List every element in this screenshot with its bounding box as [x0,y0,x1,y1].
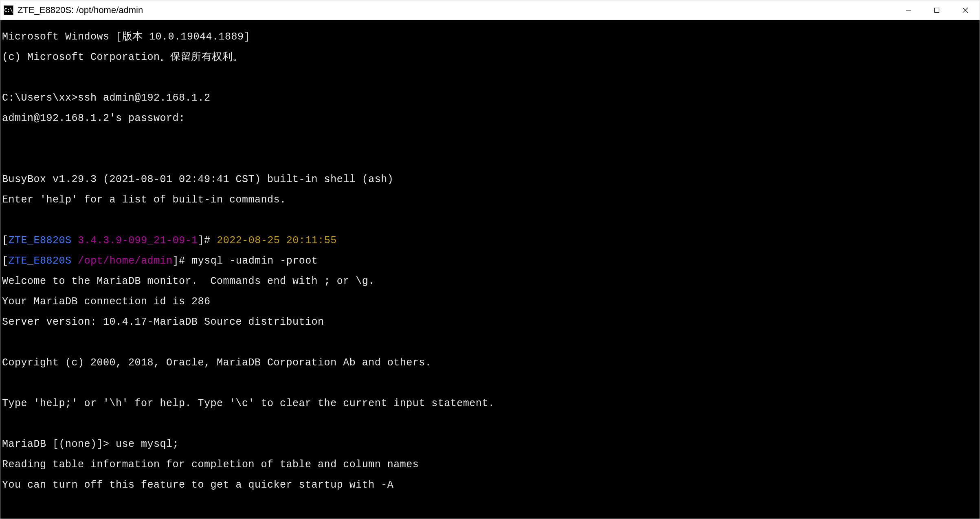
mariadb-prompt-line: MariaDB [(none)]> use mysql; [2,439,978,449]
maximize-button[interactable] [923,0,951,20]
shell-prompt-line: [ZTE_E8820S /opt/home/admin]# mysql -uad… [2,256,978,266]
window-title: ZTE_E8820S: /opt/home/admin [18,5,894,15]
close-icon [962,7,968,13]
prompt-command: mysql -uadmin -proot [191,255,318,267]
terminal-line [2,215,978,225]
terminal-line: Reading table information for completion… [2,460,978,470]
terminal-line [2,73,978,83]
bracket-open: [ [2,255,9,267]
terminal-line: admin@192.168.1.2's password: [2,113,978,123]
prompt-path: /opt/home/admin [78,255,173,267]
spacer [72,255,78,267]
spacer [72,235,78,246]
terminal-line: Type 'help;' or '\h' for help. Type '\c'… [2,398,978,409]
minimize-icon [905,7,911,13]
bracket-close: ]# [173,255,192,267]
terminal-output[interactable]: Microsoft Windows [版本 10.0.19044.1889] (… [0,20,980,519]
terminal-line: Welcome to the MariaDB monitor. Commands… [2,276,978,286]
maximize-icon [934,7,940,13]
minimize-button[interactable] [894,0,923,20]
prompt-timestamp: 2022-08-25 20:11:55 [217,235,337,246]
terminal-line: (c) Microsoft Corporation。保留所有权利。 [2,52,978,62]
terminal-line [2,500,978,510]
terminal-line [2,378,978,388]
terminal-line: BusyBox v1.29.3 (2021-08-01 02:49:41 CST… [2,174,978,185]
window-controls [894,0,980,20]
bracket-open: [ [2,235,9,246]
terminal-line [2,134,978,144]
terminal-line [2,337,978,347]
titlebar: C:\ ZTE_E8820S: /opt/home/admin [0,0,980,20]
svg-rect-1 [935,8,939,12]
terminal-line: Server version: 10.4.17-MariaDB Source d… [2,317,978,327]
terminal-line: Your MariaDB connection id is 286 [2,297,978,307]
terminal-line: Copyright (c) 2000, 2018, Oracle, MariaD… [2,358,978,368]
terminal-line: C:\Users\xx>ssh admin@192.168.1.2 [2,93,978,103]
terminal-line [2,419,978,429]
cmd-icon: C:\ [4,5,13,15]
terminal-line [2,154,978,164]
terminal-line: Enter 'help' for a list of built-in comm… [2,195,978,205]
prompt-host: ZTE_E8820S [9,235,72,246]
close-button[interactable] [951,0,980,20]
bracket-close: ]# [198,235,217,246]
shell-prompt-line: [ZTE_E8820S 3.4.3.9-099_21-09-1]# 2022-0… [2,235,978,246]
prompt-host: ZTE_E8820S [9,255,72,267]
prompt-version: 3.4.3.9-099_21-09-1 [78,235,198,246]
terminal-line: Microsoft Windows [版本 10.0.19044.1889] [2,32,978,42]
terminal-line: You can turn off this feature to get a q… [2,480,978,490]
